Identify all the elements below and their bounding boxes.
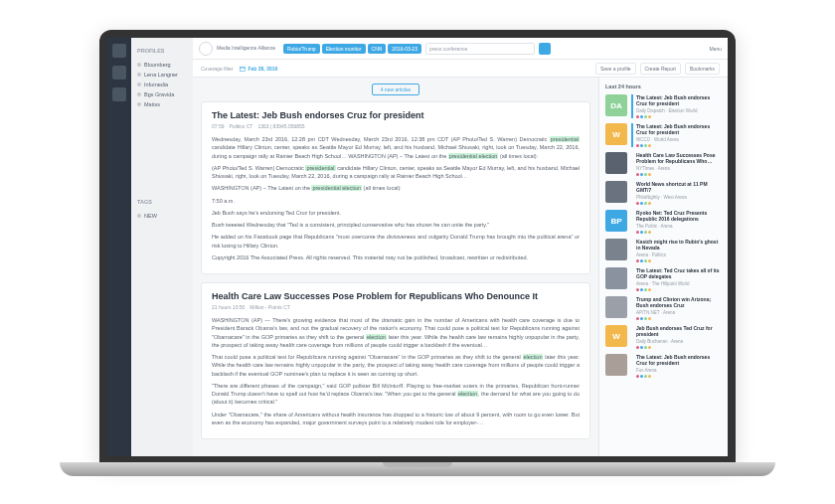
right-panel-title: Last 24 hours: [605, 84, 722, 89]
sidebar-tag-item[interactable]: NEW: [137, 211, 187, 221]
related-article-card[interactable]: WThe Latest: Jeb Bush endorses Cruz for …: [605, 123, 722, 147]
article-meta: 21 hours 10:50Million - Points CT: [212, 304, 580, 310]
tag-dot-icon: [640, 346, 643, 349]
filter-chip[interactable]: CNN: [368, 44, 387, 54]
tag-dot-icon: [636, 288, 639, 291]
related-article-card[interactable]: The Latest: Ted Cruz takes all of its GO…: [605, 267, 722, 291]
bullet-icon: [137, 63, 141, 67]
topbar: Media Intelligence Alliance Rubio/TrumpE…: [193, 38, 728, 60]
sidebar-profile-item[interactable]: Bloomberg: [137, 60, 187, 70]
related-article-body: The Latest: Jeb Bush endorses Cruz for p…: [631, 123, 722, 147]
tag-dot-icon: [644, 115, 647, 118]
calendar-icon: [240, 66, 246, 72]
toolbar-date[interactable]: Feb 28, 2016: [240, 66, 278, 72]
thumbnail-image: [605, 354, 627, 376]
brand-logo-icon[interactable]: [199, 42, 213, 56]
tag-dot-icon: [648, 173, 651, 176]
tag-dot-icon: [640, 375, 643, 378]
tag-dot-icon: [648, 202, 651, 205]
related-article-card[interactable]: World News shortcut at 11 PM GMT/7PhilaN…: [605, 181, 722, 205]
search-placeholder: press conference: [429, 46, 467, 52]
article-body: Wednesday, March 23rd 2016, 12:28 pm CDT…: [212, 135, 580, 261]
related-article-body: The Latest: Ted Cruz takes all of its GO…: [631, 267, 722, 291]
related-article-card[interactable]: Health Care Law Successes Pose Problem f…: [605, 152, 722, 176]
related-article-title: World News shortcut at 11 PM GMT/7: [636, 181, 722, 193]
tag-dot-icon: [648, 346, 651, 349]
highlight: election: [366, 334, 387, 340]
tag-dot-icon: [636, 346, 639, 349]
bookmark-button[interactable]: Bookmarks: [685, 63, 720, 75]
sidebar-profile-item[interactable]: Lena Langner: [137, 70, 187, 80]
article-title[interactable]: Health Care Law Successes Pose Problem f…: [212, 291, 580, 301]
right-panel: Last 24 hours DAThe Latest: Jeb Bush end…: [598, 78, 728, 456]
tag-dot-icon: [644, 173, 647, 176]
related-article-title: The Latest: Jeb Bush endorses Cruz for p…: [636, 123, 722, 135]
rail-home-icon[interactable]: [112, 44, 126, 58]
rail-analytics-icon[interactable]: [112, 66, 126, 80]
bullet-icon: [137, 92, 141, 96]
related-article-source: The Politic · Arena: [636, 224, 722, 229]
tag-dot-icon: [636, 231, 639, 234]
topbar-menu-link[interactable]: Menu: [709, 46, 722, 52]
filter-chip[interactable]: Election monitor: [322, 44, 366, 54]
related-article-title: Trump and Clinton win Arizona; Bush endo…: [636, 296, 722, 308]
related-article-title: The Latest: Jeb Bush endorses Cruz for p…: [636, 94, 722, 106]
rail-library-icon[interactable]: [112, 87, 126, 101]
main-column: Media Intelligence Alliance Rubio/TrumpE…: [193, 38, 728, 456]
avatar-letter: W: [605, 123, 627, 145]
thumbnail-image: [605, 239, 627, 260]
filter-chip[interactable]: 2016-03-23: [388, 44, 421, 54]
tag-dot-icon: [648, 144, 651, 147]
highlight: presidential election: [311, 185, 362, 191]
sidebar-profile-item[interactable]: Matiss: [137, 99, 187, 109]
related-article-card[interactable]: Trump and Clinton win Arizona; Bush endo…: [605, 296, 722, 320]
related-article-card[interactable]: WJeb Bush endorses Ted Cruz for presiden…: [605, 325, 722, 349]
related-article-body: The Latest: Jeb Bush endorses Cruz for p…: [631, 94, 722, 118]
tag-dots: [636, 173, 722, 176]
tag-dots: [636, 115, 722, 118]
article-paragraph: That could pose a political test for Rep…: [212, 353, 580, 378]
related-article-card[interactable]: DAThe Latest: Jeb Bush endorses Cruz for…: [605, 94, 722, 118]
related-article-card[interactable]: Kasich might rise to Rubio's ghost in Ne…: [605, 239, 722, 262]
save-profile-button[interactable]: Save a profile: [595, 63, 636, 75]
related-article-title: Jeb Bush endorses Ted Cruz for president: [636, 325, 722, 337]
tag-dot-icon: [640, 144, 643, 147]
related-article-card[interactable]: BPRyoko Net: Ted Cruz Presents Republic …: [605, 210, 722, 234]
tag-dot-icon: [640, 115, 643, 118]
tag-dots: [636, 144, 722, 147]
tag-dots: [636, 259, 722, 262]
article-paragraph: 7:50 a.m.: [212, 197, 580, 205]
search-button[interactable]: [539, 43, 551, 55]
tag-dot-icon: [644, 144, 647, 147]
toolbar-filter-label: Coverage filter: [201, 66, 234, 72]
article-feed: 4 new articles The Latest: Jeb Bush endo…: [193, 78, 598, 456]
highlight: election: [457, 391, 478, 397]
tag-dot-icon: [648, 317, 651, 320]
tag-dot-icon: [644, 346, 647, 349]
highlight: presidential: [550, 136, 580, 142]
article-body: WASHINGTON (AP) — There's growing eviden…: [212, 316, 580, 426]
tag-dot-icon: [636, 144, 639, 147]
tag-dot-icon: [636, 259, 639, 262]
related-article-body: The Latest: Jeb Bush endorses Cruz for p…: [631, 354, 722, 378]
tag-dot-icon: [648, 259, 651, 262]
related-article-source: PhilaNightly · West Arena: [636, 195, 722, 200]
new-articles-button[interactable]: 4 new articles: [372, 84, 420, 95]
tag-dot-icon: [636, 202, 639, 205]
tag-dots: [636, 346, 722, 349]
article-paragraph: Copyright 2016 The Associated Press. All…: [212, 253, 580, 261]
related-article-source: WCCO · World Arena: [636, 137, 722, 142]
article-title[interactable]: The Latest: Jeb Bush endorses Cruz for p…: [212, 110, 580, 120]
tag-dot-icon: [640, 259, 643, 262]
highlight: presidential: [305, 165, 335, 171]
sidebar-profiles-title: PROFILES: [137, 48, 187, 54]
sidebar-profile-item[interactable]: Infomedia: [137, 80, 187, 89]
create-report-button[interactable]: Create Report: [640, 63, 681, 75]
tag-dot-icon: [640, 288, 643, 291]
related-article-title: Kasich might rise to Rubio's ghost in Ne…: [636, 239, 722, 251]
filter-chip[interactable]: Rubio/Trump: [283, 44, 320, 54]
sidebar-profile-item[interactable]: Bgs Gravida: [137, 89, 187, 99]
search-input[interactable]: press conference: [425, 43, 535, 55]
related-article-card[interactable]: The Latest: Jeb Bush endorses Cruz for p…: [605, 354, 722, 378]
tag-dot-icon: [640, 317, 643, 320]
